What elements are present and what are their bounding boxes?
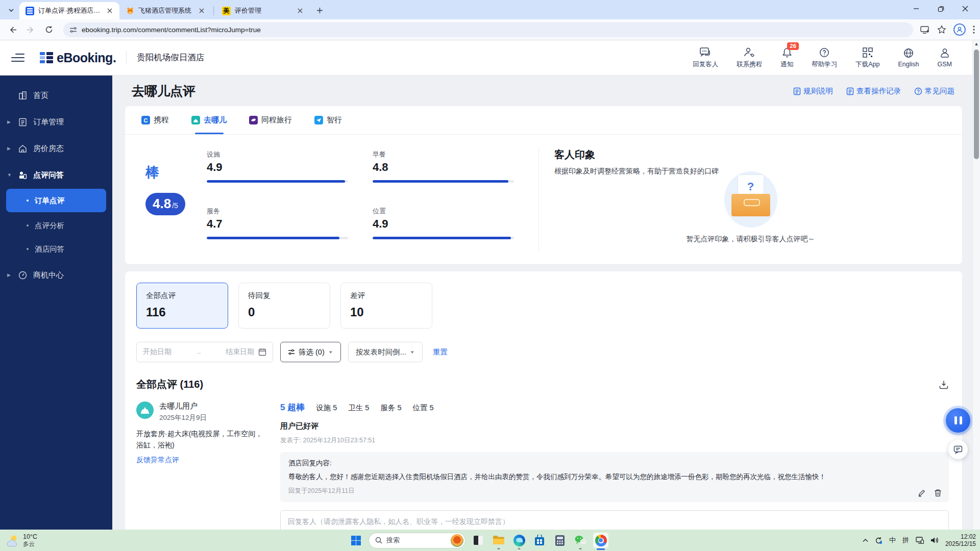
ime-mode-indicator[interactable]: 拼 xyxy=(902,536,909,545)
help-learning-button[interactable]: 帮助学习 xyxy=(812,47,837,69)
wechat-button[interactable] xyxy=(573,533,588,548)
window-close-button[interactable] xyxy=(958,2,973,15)
link-label: 查看操作记录 xyxy=(856,86,901,96)
impression-title: 客人印象 xyxy=(554,148,947,162)
language-button[interactable]: English xyxy=(898,47,919,68)
reviews-card: 全部点评 116 待回复 0 差评 10 开始日期 → 结束日期 xyxy=(125,271,962,530)
back-icon[interactable] xyxy=(5,22,19,37)
scrollbar-thumb[interactable] xyxy=(974,49,979,159)
category-name: 服务 xyxy=(207,207,348,216)
tab-close-icon[interactable] xyxy=(296,6,305,15)
task-view-button[interactable] xyxy=(471,533,486,548)
file-explorer-button[interactable] xyxy=(491,533,506,548)
tab-close-icon[interactable] xyxy=(197,6,206,15)
tab-search-chevron-icon[interactable] xyxy=(4,3,18,17)
main-content: 去哪儿点评 规则说明 查看操作记录 常见问题 C xyxy=(112,76,972,530)
microsoft-store-button[interactable] xyxy=(532,533,547,548)
sidebar-subitem-review-analysis[interactable]: 点评分析 xyxy=(0,214,112,237)
sidebar-item-home[interactable]: 首页 xyxy=(0,84,112,107)
taskbar-clock[interactable]: 12:02 2025/12/15 xyxy=(945,533,976,548)
ebooking-logo: eBooking. xyxy=(39,51,116,65)
site-info-icon[interactable] xyxy=(69,26,77,34)
floating-assistant-button[interactable] xyxy=(946,408,970,433)
globe-icon xyxy=(902,47,915,59)
scroll-up-arrow[interactable]: ▲ xyxy=(973,40,980,47)
sidebar-subitem-order-reviews[interactable]: 订单点评 xyxy=(6,189,106,212)
window-restore-button[interactable] xyxy=(933,2,948,15)
tab-close-icon[interactable] xyxy=(105,6,114,15)
floating-feedback-button[interactable] xyxy=(948,440,968,459)
tray-expand-icon[interactable] xyxy=(863,538,868,542)
sidebar-subitem-hotel-qa[interactable]: 酒店问答 xyxy=(0,238,112,260)
category-score: 4.7 xyxy=(207,217,348,231)
weather-widget[interactable]: 10°C 多云 xyxy=(5,533,37,547)
review-user-row: 去哪儿用户 2025年12月9日 xyxy=(136,402,280,422)
account-button[interactable]: GSM xyxy=(938,47,952,68)
date-range-input[interactable]: 开始日期 → 结束日期 xyxy=(136,342,273,362)
stat-bad-reviews[interactable]: 差评 10 xyxy=(340,283,432,329)
ime-language-indicator[interactable]: 中 xyxy=(889,536,896,545)
operation-log-link[interactable]: 查看操作记录 xyxy=(846,86,901,96)
reload-icon[interactable] xyxy=(42,22,56,37)
sync-icon[interactable] xyxy=(875,537,883,544)
edit-icon[interactable] xyxy=(918,489,926,497)
tab-label: 同程旅行 xyxy=(261,115,292,125)
taskbar-search[interactable]: 搜索 xyxy=(369,533,465,548)
app-topbar: eBooking. 贵阳机场假日酒店 回复客人 联系携程 26 xyxy=(0,40,972,76)
install-app-icon[interactable] xyxy=(920,26,930,34)
forward-icon[interactable] xyxy=(23,22,38,37)
browser-profile-avatar[interactable] xyxy=(953,23,966,36)
chevron-down-icon: ▼ xyxy=(328,350,333,355)
sidebar-item-business-center[interactable]: ▶ 商机中心 xyxy=(0,263,112,287)
delete-icon[interactable] xyxy=(934,489,942,497)
calculator-button[interactable] xyxy=(552,533,568,548)
tab-label: 携程 xyxy=(154,115,169,125)
report-abnormal-link[interactable]: 反馈异常点评 xyxy=(136,456,179,465)
browser-tab-meituan[interactable]: 美 评价管理 xyxy=(216,2,310,19)
tab-zhixing[interactable]: 智行 xyxy=(314,106,342,134)
rules-link[interactable]: 规则说明 xyxy=(793,86,833,96)
reply-guest-button[interactable]: 回复客人 xyxy=(693,47,718,69)
bookmark-star-icon[interactable] xyxy=(937,25,946,34)
browser-menu-icon[interactable] xyxy=(973,26,975,34)
volume-icon[interactable] xyxy=(930,537,939,544)
tab-tongcheng[interactable]: 同程旅行 xyxy=(249,106,292,134)
category-facilities: 设施 4.9 xyxy=(207,150,373,193)
tab-ctrip[interactable]: C 携程 xyxy=(141,106,169,134)
address-bar[interactable]: ebooking.trip.com/comment/commentList?mi… xyxy=(63,22,913,37)
sidebar-item-room-rates[interactable]: ▶ 房价房态 xyxy=(0,137,112,160)
reset-button[interactable]: 重置 xyxy=(433,347,448,357)
network-monitor-icon[interactable] xyxy=(916,537,924,544)
new-tab-button[interactable] xyxy=(313,4,326,17)
subscore-facilities: 设施 5 xyxy=(316,403,337,413)
impression-empty-text: 暂无点评印象，请积极引导客人点评吧～ xyxy=(687,235,815,244)
stat-value: 10 xyxy=(350,305,423,319)
weather-condition: 多云 xyxy=(23,541,37,547)
rating-score-badge: 4.8 /5 xyxy=(145,193,185,215)
sidebar-item-reviews[interactable]: ▼ 点评问答 xyxy=(0,163,112,187)
window-minimize-button[interactable] xyxy=(909,2,924,15)
gauge-icon xyxy=(18,270,28,280)
review-score: 5 超棒 xyxy=(280,402,305,413)
browser-tab-fliggy[interactable]: 飞猪酒店管理系统 xyxy=(119,2,211,19)
menu-toggle-icon[interactable] xyxy=(11,51,24,64)
start-button[interactable] xyxy=(348,533,363,548)
browser-tab-ebooking[interactable]: 订单点评·携程酒店eBooking xyxy=(19,2,119,19)
edge-button[interactable] xyxy=(511,533,527,548)
download-icon[interactable] xyxy=(939,380,949,390)
stat-pending-reply[interactable]: 待回复 0 xyxy=(238,283,330,329)
review-score-row: 5 超棒 设施 5 卫生 5 服务 5 位置 5 xyxy=(280,402,949,413)
notifications-button[interactable]: 26 通知 xyxy=(780,47,793,69)
reply-input[interactable] xyxy=(280,510,949,530)
sidebar: 首页 ▶ 订单管理 ▶ 房价房态 ▼ 点评问答 订单点评 点评分析 酒店问答 xyxy=(0,76,112,530)
sidebar-item-orders[interactable]: ▶ 订单管理 xyxy=(0,110,112,134)
download-app-button[interactable]: 下载App xyxy=(855,47,879,69)
filter-button[interactable]: 筛选 (0) ▼ xyxy=(280,342,341,362)
stat-all-reviews[interactable]: 全部点评 116 xyxy=(136,283,228,329)
reply-tools xyxy=(918,489,942,497)
chrome-button[interactable] xyxy=(593,533,608,548)
sort-dropdown[interactable]: 按发表时间倒... ▼ xyxy=(348,342,423,362)
contact-ctrip-button[interactable]: 联系携程 xyxy=(737,47,762,69)
tab-qunar[interactable]: 去哪儿 xyxy=(191,106,227,134)
faq-link[interactable]: 常见问题 xyxy=(914,86,954,96)
